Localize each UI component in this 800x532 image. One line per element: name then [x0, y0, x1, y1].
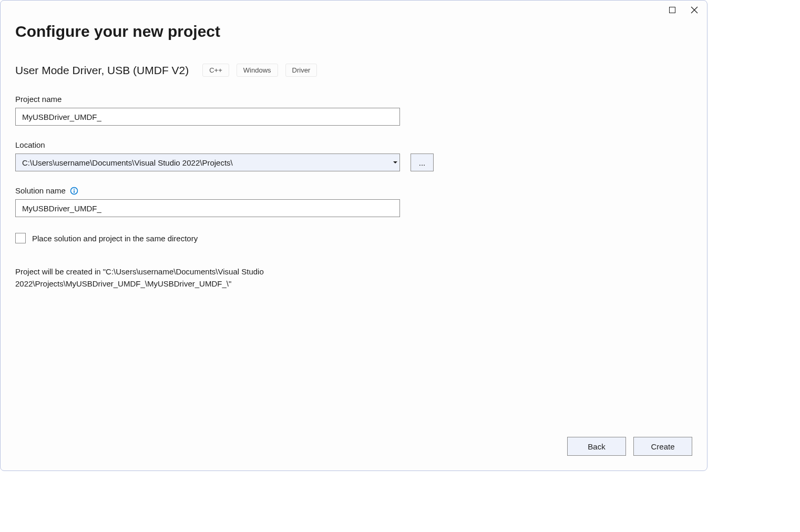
project-name-input[interactable] — [15, 108, 400, 126]
svg-rect-5 — [74, 190, 75, 193]
location-label: Location — [15, 140, 692, 149]
tag-windows: Windows — [237, 64, 278, 77]
location-group: Location C:\Users\username\Documents\Vis… — [15, 140, 692, 171]
tag-cpp: C++ — [202, 64, 229, 77]
svg-point-4 — [74, 189, 75, 190]
titlebar — [1, 1, 707, 19]
solution-name-group: Solution name — [15, 186, 692, 217]
project-name-label: Project name — [15, 95, 692, 104]
location-combo[interactable]: C:\Users\username\Documents\Visual Studi… — [15, 154, 400, 171]
project-name-group: Project name — [15, 95, 692, 126]
maximize-icon — [669, 7, 675, 13]
info-icon[interactable] — [70, 187, 78, 195]
solution-name-label-text: Solution name — [15, 186, 66, 195]
svg-rect-0 — [670, 7, 675, 13]
template-name: User Mode Driver, USB (UMDF V2) — [15, 64, 189, 77]
same-dir-label: Place solution and project in the same d… — [32, 234, 198, 243]
solution-name-input[interactable] — [15, 199, 400, 217]
tag-driver: Driver — [285, 64, 317, 77]
back-button[interactable]: Back — [567, 437, 626, 456]
dialog-window: Configure your new project User Mode Dri… — [0, 0, 707, 471]
location-value: C:\Users\username\Documents\Visual Studi… — [16, 158, 390, 167]
maximize-button[interactable] — [666, 4, 679, 16]
template-row: User Mode Driver, USB (UMDF V2) C++ Wind… — [15, 64, 692, 77]
footer: Back Create — [1, 437, 707, 470]
location-row: C:\Users\username\Documents\Visual Studi… — [15, 154, 692, 171]
content-area: Configure your new project User Mode Dri… — [1, 19, 707, 437]
chevron-down-icon — [390, 154, 399, 171]
same-dir-checkbox[interactable] — [15, 233, 26, 243]
create-button[interactable]: Create — [633, 437, 692, 456]
solution-name-label: Solution name — [15, 186, 692, 195]
close-icon — [691, 6, 698, 14]
project-path-info: Project will be created in "C:\Users\use… — [15, 265, 404, 290]
browse-button[interactable]: ... — [411, 154, 434, 171]
close-button[interactable] — [688, 4, 701, 16]
page-title: Configure your new project — [15, 23, 692, 40]
same-dir-row: Place solution and project in the same d… — [15, 233, 692, 243]
